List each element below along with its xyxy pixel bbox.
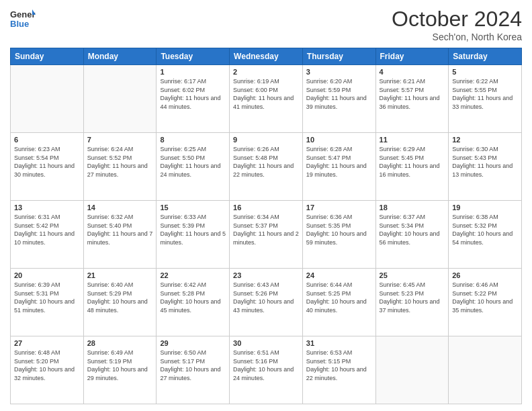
day-info: Sunrise: 6:22 AMSunset: 5:55 PMDaylight:… bbox=[452, 77, 518, 111]
day-number: 23 bbox=[233, 271, 299, 279]
day-number: 25 bbox=[380, 271, 445, 279]
day-info-line: Sunrise: 6:32 AM bbox=[87, 214, 134, 220]
calendar-cell: 17Sunrise: 6:36 AMSunset: 5:35 PMDayligh… bbox=[302, 201, 375, 269]
day-info-line: Daylight: 11 hours and 10 minutes. bbox=[14, 230, 75, 246]
day-info-line: Daylight: 10 hours and 43 minutes. bbox=[233, 298, 294, 314]
header-saturday: Saturday bbox=[449, 48, 522, 65]
day-info-line: Sunrise: 6:33 AM bbox=[160, 214, 206, 220]
day-info-line: Sunset: 5:34 PM bbox=[380, 222, 425, 229]
day-info-line: Sunset: 5:17 PM bbox=[160, 358, 205, 365]
day-info-line: Sunset: 5:40 PM bbox=[87, 222, 132, 229]
day-info-line: Daylight: 11 hours and 39 minutes. bbox=[306, 95, 367, 110]
day-info-line: Daylight: 11 hours and 36 minutes. bbox=[380, 95, 440, 110]
day-number: 17 bbox=[306, 203, 372, 212]
calendar-cell: 28Sunrise: 6:49 AMSunset: 5:19 PMDayligh… bbox=[83, 336, 157, 404]
calendar-cell: 9Sunrise: 6:26 AMSunset: 5:48 PMDaylight… bbox=[230, 133, 303, 201]
day-info-line: Sunrise: 6:28 AM bbox=[306, 146, 353, 152]
header-friday: Friday bbox=[375, 48, 449, 65]
day-info-line: Sunset: 5:45 PM bbox=[380, 154, 425, 161]
day-info: Sunrise: 6:23 AMSunset: 5:54 PMDaylight:… bbox=[14, 145, 80, 179]
day-info: Sunrise: 6:31 AMSunset: 5:42 PMDaylight:… bbox=[14, 213, 80, 246]
day-info: Sunrise: 6:28 AMSunset: 5:47 PMDaylight:… bbox=[306, 145, 372, 179]
calendar-cell: 1Sunrise: 6:17 AMSunset: 6:02 PMDaylight… bbox=[157, 65, 230, 133]
calendar-cell: 31Sunrise: 6:53 AMSunset: 5:15 PMDayligh… bbox=[302, 336, 375, 404]
day-number: 13 bbox=[14, 203, 80, 212]
calendar-cell bbox=[83, 65, 157, 133]
day-info: Sunrise: 6:20 AMSunset: 5:59 PMDaylight:… bbox=[306, 77, 372, 111]
day-info: Sunrise: 6:40 AMSunset: 5:29 PMDaylight:… bbox=[87, 281, 153, 314]
day-info-line: Sunset: 5:57 PM bbox=[380, 87, 425, 93]
calendar-cell: 19Sunrise: 6:38 AMSunset: 5:32 PMDayligh… bbox=[449, 201, 522, 269]
day-info-line: Sunset: 6:00 PM bbox=[233, 87, 278, 93]
calendar-cell bbox=[449, 336, 522, 404]
day-info: Sunrise: 6:45 AMSunset: 5:23 PMDaylight:… bbox=[380, 281, 445, 314]
day-info-line: Sunset: 5:59 PM bbox=[306, 87, 351, 93]
page: General Blue October 2024 Sech'on, North… bbox=[0, 0, 532, 411]
day-number: 14 bbox=[87, 203, 153, 212]
day-number: 5 bbox=[452, 68, 518, 76]
day-info: Sunrise: 6:34 AMSunset: 5:37 PMDaylight:… bbox=[233, 213, 299, 246]
day-number: 21 bbox=[87, 271, 153, 279]
day-info: Sunrise: 6:30 AMSunset: 5:43 PMDaylight:… bbox=[452, 145, 518, 179]
calendar-cell: 18Sunrise: 6:37 AMSunset: 5:34 PMDayligh… bbox=[375, 201, 449, 269]
day-number: 19 bbox=[452, 203, 518, 212]
day-info-line: Daylight: 11 hours and 30 minutes. bbox=[14, 163, 75, 178]
day-number: 15 bbox=[160, 203, 226, 212]
day-info-line: Sunrise: 6:23 AM bbox=[14, 146, 60, 152]
day-number: 4 bbox=[380, 68, 445, 76]
day-info-line: Daylight: 10 hours and 40 minutes. bbox=[306, 298, 367, 314]
day-info-line: Sunset: 5:31 PM bbox=[14, 290, 59, 297]
calendar-week-row: 13Sunrise: 6:31 AMSunset: 5:42 PMDayligh… bbox=[11, 201, 522, 269]
calendar-cell: 3Sunrise: 6:20 AMSunset: 5:59 PMDaylight… bbox=[302, 65, 375, 133]
day-info-line: Daylight: 10 hours and 27 minutes. bbox=[160, 366, 220, 381]
day-info-line: Daylight: 10 hours and 54 minutes. bbox=[452, 230, 513, 246]
day-info-line: Daylight: 10 hours and 56 minutes. bbox=[380, 230, 440, 246]
day-info-line: Sunrise: 6:29 AM bbox=[380, 146, 426, 152]
day-info: Sunrise: 6:26 AMSunset: 5:48 PMDaylight:… bbox=[233, 145, 299, 179]
day-info-line: Sunset: 5:39 PM bbox=[160, 222, 205, 229]
day-info: Sunrise: 6:21 AMSunset: 5:57 PMDaylight:… bbox=[380, 77, 445, 111]
header: General Blue October 2024 Sech'on, North… bbox=[10, 7, 522, 42]
day-info-line: Sunset: 5:25 PM bbox=[306, 290, 351, 297]
day-info-line: Daylight: 11 hours and 19 minutes. bbox=[306, 163, 367, 178]
day-info-line: Sunrise: 6:45 AM bbox=[380, 281, 426, 288]
day-info-line: Daylight: 11 hours and 22 minutes. bbox=[233, 163, 294, 178]
day-info-line: Sunrise: 6:25 AM bbox=[160, 146, 206, 152]
day-info-line: Sunset: 5:55 PM bbox=[452, 87, 497, 93]
day-info-line: Sunrise: 6:48 AM bbox=[14, 349, 60, 356]
day-info-line: Daylight: 11 hours and 33 minutes. bbox=[452, 95, 513, 110]
day-info: Sunrise: 6:50 AMSunset: 5:17 PMDaylight:… bbox=[160, 349, 226, 382]
day-info-line: Sunset: 5:43 PM bbox=[452, 154, 497, 161]
day-info-line: Sunset: 6:02 PM bbox=[160, 87, 205, 93]
day-info-line: Daylight: 11 hours and 16 minutes. bbox=[380, 163, 440, 178]
day-info-line: Daylight: 11 hours and 2 minutes. bbox=[233, 230, 299, 246]
weekday-header-row: Sunday Monday Tuesday Wednesday Thursday… bbox=[11, 48, 522, 65]
calendar-cell: 27Sunrise: 6:48 AMSunset: 5:20 PMDayligh… bbox=[11, 336, 84, 404]
day-info: Sunrise: 6:17 AMSunset: 6:02 PMDaylight:… bbox=[160, 77, 226, 111]
day-info-line: Sunset: 5:52 PM bbox=[87, 154, 132, 161]
day-info-line: Sunset: 5:23 PM bbox=[380, 290, 425, 297]
calendar-table: Sunday Monday Tuesday Wednesday Thursday… bbox=[10, 48, 522, 404]
day-info-line: Sunrise: 6:24 AM bbox=[87, 146, 134, 152]
calendar-cell: 25Sunrise: 6:45 AMSunset: 5:23 PMDayligh… bbox=[375, 269, 449, 336]
day-info: Sunrise: 6:19 AMSunset: 6:00 PMDaylight:… bbox=[233, 77, 299, 111]
day-info: Sunrise: 6:48 AMSunset: 5:20 PMDaylight:… bbox=[14, 349, 80, 382]
location: Sech'on, North Korea bbox=[392, 32, 522, 42]
day-number: 6 bbox=[14, 136, 80, 144]
header-wednesday: Wednesday bbox=[230, 48, 303, 65]
day-info-line: Sunset: 5:28 PM bbox=[160, 290, 205, 297]
day-info-line: Sunset: 5:29 PM bbox=[87, 290, 132, 297]
calendar-cell: 16Sunrise: 6:34 AMSunset: 5:37 PMDayligh… bbox=[230, 201, 303, 269]
day-info-line: Sunrise: 6:36 AM bbox=[306, 214, 353, 220]
day-info-line: Sunrise: 6:39 AM bbox=[14, 281, 60, 288]
day-info: Sunrise: 6:37 AMSunset: 5:34 PMDaylight:… bbox=[380, 213, 445, 246]
day-info-line: Daylight: 11 hours and 7 minutes. bbox=[87, 230, 153, 246]
day-number: 7 bbox=[87, 136, 153, 144]
day-info: Sunrise: 6:53 AMSunset: 5:15 PMDaylight:… bbox=[306, 349, 372, 382]
day-info-line: Sunset: 5:20 PM bbox=[14, 358, 59, 365]
day-number: 1 bbox=[160, 68, 226, 76]
day-number: 20 bbox=[14, 271, 80, 279]
day-number: 30 bbox=[233, 339, 299, 347]
day-info-line: Sunset: 5:19 PM bbox=[87, 358, 132, 365]
day-number: 28 bbox=[87, 339, 153, 347]
